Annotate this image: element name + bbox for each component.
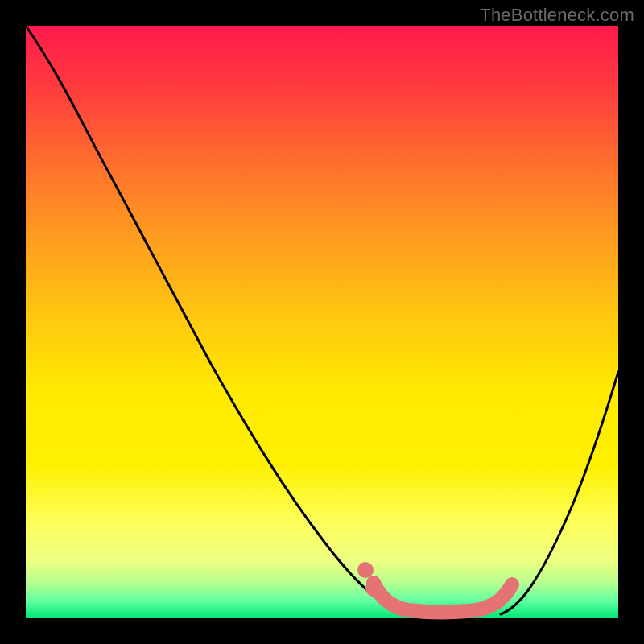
optimal-zone-overlay — [374, 583, 512, 612]
pink-dot-lower — [365, 580, 382, 597]
curve-left — [26, 26, 404, 614]
chart-frame: TheBottleneck.com — [0, 0, 644, 644]
watermark-label: TheBottleneck.com — [480, 5, 634, 26]
curve-right — [501, 372, 618, 614]
pink-dot-upper — [357, 562, 374, 578]
chart-svg — [26, 26, 618, 618]
